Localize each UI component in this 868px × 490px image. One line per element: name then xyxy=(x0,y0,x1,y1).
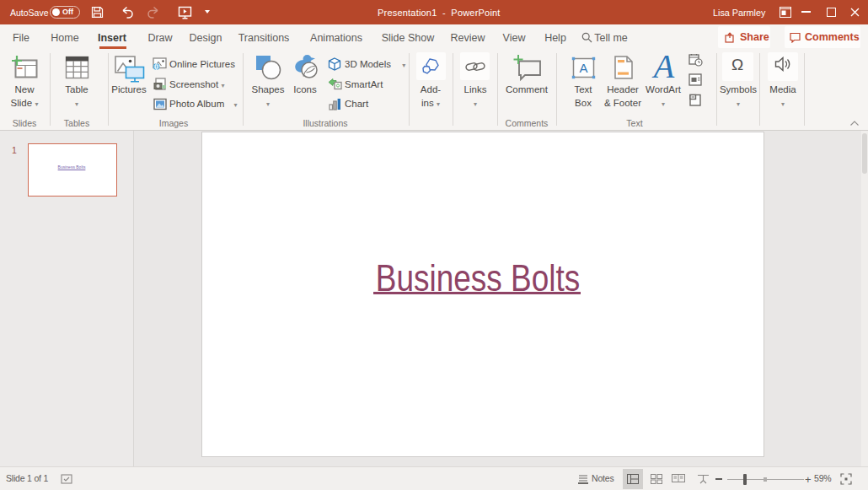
svg-text:A: A xyxy=(579,61,587,75)
